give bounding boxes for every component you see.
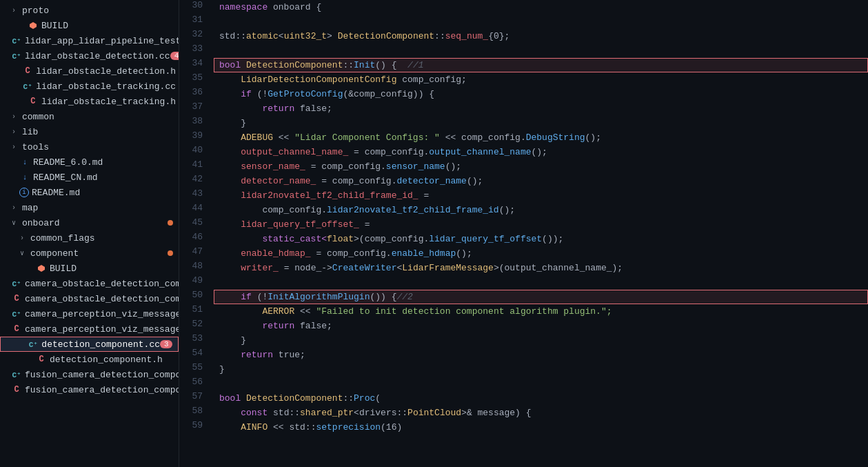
file-icon-lidar_obstacle_tracking_h: C — [28, 96, 39, 107]
sidebar-item-lidar_obstacle_detection_cc[interactable]: C⁺lidar_obstacle_detection.cc4 — [0, 48, 179, 63]
line-number-39: 39 — [179, 130, 214, 145]
code-line-54: 54 return true; — [179, 348, 868, 362]
code-line-32: 32std::atomic<uint32_t> DetectionCompone… — [179, 29, 868, 43]
line-content-41: sensor_name_ = comp_config.sensor_name()… — [214, 159, 868, 174]
line-number-50: 50 — [179, 290, 214, 304]
code-line-42: 42 detector_name_ = comp_config.detector… — [179, 174, 868, 188]
line-content-56 — [214, 377, 868, 391]
line-content-45: lidar_query_tf_offset_ = — [214, 217, 868, 232]
sidebar-item-build1[interactable]: BUILD — [0, 18, 179, 33]
sidebar-item-build2[interactable]: BUILD — [0, 261, 179, 276]
line-content-31 — [214, 14, 868, 29]
file-icon-lidar_app_lidar_pipeline_test: C⁺ — [11, 35, 22, 46]
line-content-39: ADEBUG << "Lidar Component Configs: " <<… — [214, 130, 868, 145]
tree-label-fusion_camera_detection_cc: fusion_camera_detection_component.cc — [25, 370, 179, 380]
code-line-38: 38 } — [179, 116, 868, 130]
file-icon-build1 — [28, 20, 39, 31]
tree-label-lidar_obstacle_tracking_cc: lidar_obstacle_tracking.cc — [36, 81, 176, 92]
line-number-56: 56 — [179, 377, 214, 391]
line-number-33: 33 — [179, 43, 214, 58]
line-content-58: const std::shared_ptr<drivers::PointClou… — [214, 406, 868, 420]
line-content-35: LidarDetectionComponentConfig comp_confi… — [214, 72, 868, 87]
line-number-46: 46 — [179, 232, 214, 246]
code-line-57: 57bool DetectionComponent::Proc( — [179, 391, 868, 406]
line-content-53: } — [214, 333, 868, 348]
line-number-51: 51 — [179, 304, 214, 319]
file-icon-camera_perception_viz_message_h: C — [11, 324, 22, 335]
tree-label-build2: BUILD — [50, 264, 176, 274]
file-icon-fusion_camera_detection_h: C — [11, 384, 22, 395]
line-number-41: 41 — [179, 159, 214, 174]
tree-label-readme: README.md — [32, 188, 176, 198]
line-number-55: 55 — [179, 362, 214, 377]
code-line-45: 45 lidar_query_tf_offset_ = — [179, 217, 868, 232]
line-number-49: 49 — [179, 275, 214, 290]
sidebar-item-fusion_camera_detection_h[interactable]: Cfusion_camera_detection_component.h — [0, 382, 179, 397]
file-icon-readme60: ↓ — [19, 157, 30, 168]
sidebar-item-onboard[interactable]: ∨onboard — [0, 215, 179, 230]
code-editor: 30namespace onboard {3132std::atomic<uin… — [179, 0, 868, 467]
change-badge-lidar_obstacle_detection_cc: 4 — [170, 52, 179, 60]
sidebar-item-common_flags[interactable]: ›common_flags — [0, 230, 179, 246]
code-line-34: 34bool DetectionComponent::Init() { //1 — [179, 58, 868, 72]
sidebar-item-common[interactable]: ›common — [0, 109, 179, 124]
tree-arrow-proto: › — [8, 7, 19, 14]
sidebar-item-detection_component_cc[interactable]: C⁺detection_component.cc3 — [0, 337, 179, 352]
line-number-59: 59 — [179, 420, 214, 435]
file-icon-detection_component_h: C — [36, 354, 47, 365]
sidebar-item-camera_obstacle_detection_cc[interactable]: C⁺camera_obstacle_detection_component.cc — [0, 276, 179, 291]
line-number-36: 36 — [179, 87, 214, 101]
file-icon-camera_obstacle_detection_cc: C⁺ — [11, 278, 22, 289]
tree-arrow-map: › — [8, 204, 19, 212]
tree-label-camera_perception_viz_message_h: camera_perception_viz_message.h — [25, 324, 179, 335]
tree-label-tools: tools — [22, 142, 176, 152]
sidebar-item-lidar_obstacle_tracking_cc[interactable]: C⁺lidar_obstacle_tracking.cc — [0, 79, 179, 94]
sidebar-item-lib[interactable]: ›lib — [0, 124, 179, 139]
sidebar-item-readme60[interactable]: ↓README_6.0.md — [0, 155, 179, 170]
code-line-43: 43 lidar2novatel_tf2_child_frame_id_ = — [179, 188, 868, 203]
file-icon-camera_obstacle_detection_h: C — [11, 293, 22, 304]
sidebar-item-camera_obstacle_detection_h[interactable]: Ccamera_obstacle_detection_component.h — [0, 291, 179, 306]
line-content-30: namespace onboard { — [214, 0, 868, 14]
sidebar-item-camera_perception_viz_message_cc[interactable]: C⁺camera_perception_viz_message.cc — [0, 306, 179, 321]
tree-arrow-lib: › — [8, 128, 19, 136]
file-icon-lidar_obstacle_detection_h: C — [22, 66, 33, 77]
code-line-48: 48 writer_ = node_->CreateWriter<LidarFr… — [179, 261, 868, 275]
sidebar-item-lidar_app_lidar_pipeline_test[interactable]: C⁺lidar_app_lidar_pipeline_test.cc2 — [0, 33, 179, 48]
sidebar-item-camera_perception_viz_message_h[interactable]: Ccamera_perception_viz_message.h — [0, 321, 179, 337]
line-number-52: 52 — [179, 319, 214, 333]
sidebar-item-readmecn[interactable]: ↓README_CN.md — [0, 170, 179, 185]
code-line-40: 40 output_channel_name_ = comp_config.ou… — [179, 145, 868, 159]
line-number-42: 42 — [179, 174, 214, 188]
sidebar-item-lidar_obstacle_detection_h[interactable]: Clidar_obstacle_detection.h — [0, 63, 179, 79]
sidebar-item-lidar_obstacle_tracking_h[interactable]: Clidar_obstacle_tracking.h — [0, 94, 179, 109]
modified-dot-onboard — [168, 220, 173, 226]
line-number-31: 31 — [179, 14, 214, 29]
line-content-57: bool DetectionComponent::Proc( — [214, 391, 868, 406]
sidebar-item-tools[interactable]: ›tools — [0, 139, 179, 155]
tree-label-build1: BUILD — [41, 21, 176, 31]
file-icon-lidar_obstacle_detection_cc: C⁺ — [11, 50, 22, 61]
file-icon-lidar_obstacle_tracking_cc: C⁺ — [22, 81, 33, 92]
tree-label-camera_obstacle_detection_h: camera_obstacle_detection_component.h — [25, 294, 179, 304]
code-lines: 30namespace onboard {3132std::atomic<uin… — [179, 0, 868, 435]
tree-label-map: map — [22, 203, 176, 213]
sidebar-item-map[interactable]: ›map — [0, 200, 179, 215]
sidebar-item-fusion_camera_detection_cc[interactable]: C⁺fusion_camera_detection_component.cc — [0, 367, 179, 382]
code-line-35: 35 LidarDetectionComponentConfig comp_co… — [179, 72, 868, 87]
line-number-43: 43 — [179, 188, 214, 203]
line-number-58: 58 — [179, 406, 214, 420]
line-content-52: return false; — [214, 319, 868, 333]
line-content-44: comp_config.lidar2novatel_tf2_child_fram… — [214, 203, 868, 217]
sidebar-item-proto[interactable]: ›proto — [0, 3, 179, 18]
line-content-47: enable_hdmap_ = comp_config.enable_hdmap… — [214, 246, 868, 261]
line-number-45: 45 — [179, 217, 214, 232]
sidebar-item-component[interactable]: ∨component — [0, 246, 179, 261]
line-content-37: return false; — [214, 101, 868, 116]
line-number-54: 54 — [179, 348, 214, 362]
tree-arrow-common_flags: › — [17, 235, 28, 242]
code-line-37: 37 return false; — [179, 101, 868, 116]
tree-label-readme60: README_6.0.md — [33, 157, 176, 168]
sidebar-item-detection_component_h[interactable]: Cdetection_component.h — [0, 352, 179, 367]
sidebar-item-readme[interactable]: iREADME.md — [0, 185, 179, 200]
